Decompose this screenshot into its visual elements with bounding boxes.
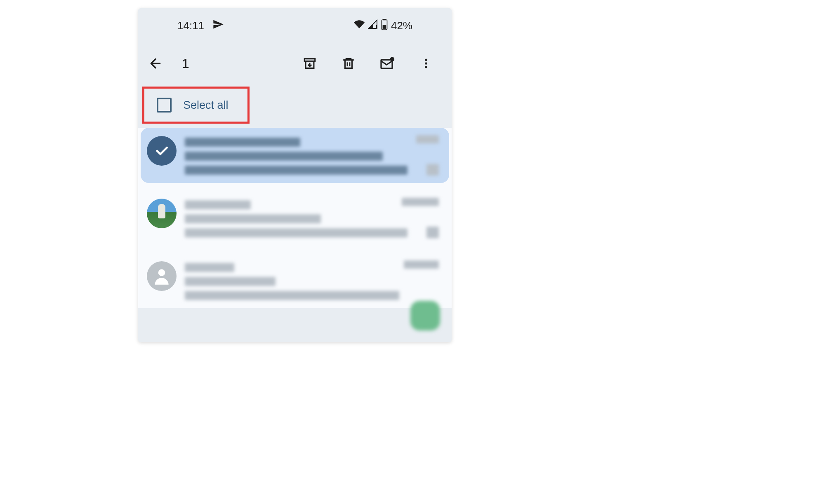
status-bar: 14:11 42% bbox=[138, 8, 452, 41]
selected-count: 1 bbox=[182, 56, 288, 71]
signal-icon bbox=[368, 19, 378, 32]
email-content bbox=[185, 261, 442, 300]
svg-rect-2 bbox=[383, 19, 386, 20]
svg-point-8 bbox=[425, 62, 427, 65]
archive-button[interactable] bbox=[300, 54, 320, 73]
action-bar: 1 bbox=[138, 41, 452, 86]
svg-rect-4 bbox=[304, 59, 315, 61]
email-time bbox=[404, 260, 439, 269]
delete-button[interactable] bbox=[339, 54, 358, 73]
email-list bbox=[138, 128, 452, 308]
phone-screen: 14:11 42% 1 bbox=[138, 8, 452, 342]
more-options-button[interactable] bbox=[416, 54, 436, 73]
star-icon[interactable] bbox=[426, 227, 439, 238]
telegram-icon bbox=[212, 19, 224, 33]
battery-icon bbox=[381, 19, 388, 33]
select-all-row[interactable]: Select all bbox=[142, 87, 250, 124]
battery-percent: 42% bbox=[391, 19, 412, 32]
star-icon[interactable] bbox=[426, 164, 439, 176]
svg-point-9 bbox=[425, 66, 427, 68]
compose-fab[interactable] bbox=[410, 301, 440, 331]
svg-point-10 bbox=[158, 269, 165, 276]
svg-rect-0 bbox=[376, 25, 377, 29]
wifi-icon bbox=[354, 19, 365, 33]
svg-rect-3 bbox=[383, 25, 386, 29]
selected-avatar-check-icon[interactable] bbox=[147, 136, 177, 166]
svg-point-6 bbox=[390, 57, 395, 61]
back-button[interactable] bbox=[146, 54, 165, 73]
email-item[interactable] bbox=[141, 253, 449, 308]
email-item[interactable] bbox=[141, 128, 449, 183]
select-all-label: Select all bbox=[183, 99, 228, 112]
avatar[interactable] bbox=[147, 199, 177, 228]
email-item[interactable] bbox=[141, 190, 449, 246]
svg-point-7 bbox=[425, 59, 427, 61]
mark-unread-button[interactable] bbox=[377, 54, 397, 73]
avatar[interactable] bbox=[147, 261, 177, 291]
select-all-checkbox[interactable] bbox=[157, 98, 172, 113]
email-content bbox=[185, 136, 442, 175]
email-time bbox=[416, 135, 439, 143]
status-time: 14:11 bbox=[177, 19, 204, 32]
email-time bbox=[402, 198, 439, 206]
